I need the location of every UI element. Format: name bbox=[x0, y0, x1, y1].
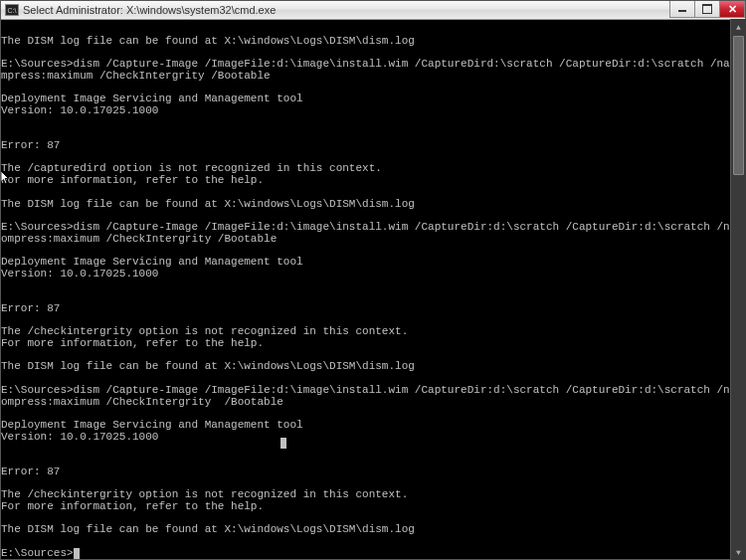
window-controls bbox=[670, 1, 745, 19]
scroll-up-arrow-icon[interactable]: ▲ bbox=[731, 19, 746, 35]
selection-cursor bbox=[280, 438, 286, 449]
terminal-output[interactable]: The DISM log file can be found at X:\win… bbox=[1, 20, 745, 559]
maximize-button[interactable] bbox=[694, 1, 720, 18]
scroll-down-arrow-icon[interactable]: ▼ bbox=[731, 544, 746, 560]
scroll-thumb[interactable] bbox=[733, 36, 744, 175]
cmd-icon: C:\ bbox=[5, 4, 19, 16]
vertical-scrollbar[interactable]: ▲ ▼ bbox=[730, 19, 746, 560]
minimize-button[interactable] bbox=[669, 1, 695, 18]
window-title: Select Administrator: X:\windows\system3… bbox=[23, 4, 670, 16]
window-titlebar[interactable]: C:\ Select Administrator: X:\windows\sys… bbox=[1, 1, 745, 20]
text-cursor bbox=[74, 548, 80, 559]
close-button[interactable] bbox=[719, 1, 745, 18]
